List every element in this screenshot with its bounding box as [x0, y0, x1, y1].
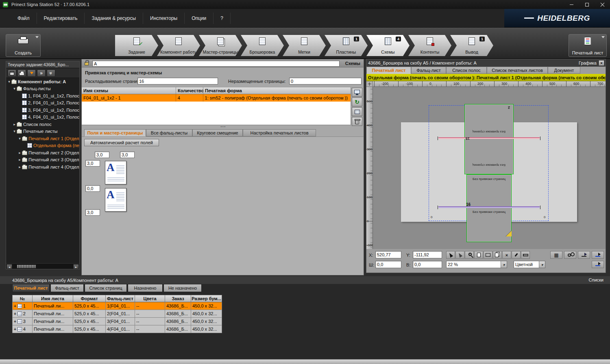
splitter[interactable] [82, 124, 364, 129]
tab-page-list[interactable]: Список полос [446, 67, 487, 74]
expanded-icon[interactable] [12, 129, 17, 133]
workflow-step-job[interactable]: Задание [115, 35, 158, 56]
margin-top-field-1[interactable]: 3,0 [95, 152, 109, 158]
unplaced-count-field[interactable]: 0 [289, 78, 362, 84]
refresh-button[interactable] [352, 98, 362, 106]
tree-item-fold-sheets[interactable]: Фальц-листы [6, 85, 79, 93]
collapsed-icon[interactable] [12, 122, 17, 126]
height-field[interactable]: 0,0 [413, 261, 442, 268]
expanded-icon[interactable] [7, 80, 11, 84]
expand-all-button[interactable] [37, 69, 46, 77]
tab-print-sheet[interactable]: Печатный лист [366, 67, 411, 74]
tab-assigned[interactable]: Назначено [128, 284, 163, 292]
tree-item-page-list[interactable]: Список полос [6, 121, 79, 128]
panel-close-button[interactable] [599, 60, 604, 66]
select-tool-button[interactable] [446, 251, 455, 259]
menu-jobs-resources[interactable]: Задания & ресурсы [85, 13, 143, 24]
info-expand-icon[interactable] [603, 75, 605, 80]
fit-view-button[interactable] [592, 261, 604, 268]
menu-edit[interactable]: Редактировать [37, 13, 85, 24]
tree-item-fold-sheet-2[interactable]: 2, F04_01_ui_1x2, Полос... [6, 100, 79, 107]
x-coordinate-field[interactable]: 520,77 [375, 251, 401, 258]
tree-item-print-sheets[interactable]: Печатные листы [6, 128, 79, 135]
margin-left-field-3[interactable]: 3,0 [85, 209, 100, 216]
scheme-name-field[interactable]: А [92, 61, 340, 67]
lock-icon[interactable] [85, 62, 89, 65]
scrollbar-thumb[interactable] [17, 264, 36, 269]
tree-item-print-sheet-1[interactable]: Печатный лист 1 (Отдел... [6, 135, 79, 142]
rect-select-tool-button[interactable] [484, 251, 492, 259]
margin-left-field-2[interactable]: 0,0 [85, 185, 100, 192]
menu-inspectors[interactable]: Инспекторы [143, 13, 185, 24]
zoom-tool-button[interactable] [465, 251, 474, 259]
horizontal-scrollbar[interactable] [6, 263, 79, 269]
expand-plus-icon[interactable] [14, 319, 16, 324]
page-tool-button[interactable] [474, 251, 483, 259]
tree-item-job-component[interactable]: Компонент работы: А [6, 78, 79, 85]
scroll-left-button[interactable] [7, 264, 12, 269]
layout-canvas[interactable]: Без привязки страниц Без привязки страни… [373, 87, 606, 249]
tree-item-fold-sheet-3[interactable]: 3, F04_01_ui_1x2, Полос... [6, 106, 79, 114]
tree-item-print-sheet-4[interactable]: Печатный лист 4 (Отдел... [6, 163, 79, 171]
scroll-right-button[interactable] [73, 264, 79, 269]
expanded-icon[interactable] [17, 136, 22, 141]
menu-options[interactable]: Опции [185, 13, 214, 24]
tab-all-fold-sheets[interactable]: Все фальц-листы [146, 129, 192, 136]
color-mode-select[interactable]: Цветной [514, 261, 545, 268]
tab-circular-offset[interactable]: Круговое смещение [192, 129, 243, 136]
delete-object-button[interactable] [502, 251, 511, 259]
master-page-thumbnail-1[interactable]: A [105, 161, 126, 184]
fold-sheet-lower[interactable] [466, 174, 512, 242]
collapsed-icon[interactable] [17, 158, 22, 162]
y-coordinate-field[interactable]: -111,92 [413, 251, 442, 258]
tab-fold-sheet[interactable]: Фальц-лист [411, 67, 446, 74]
tab-fold-sheet-bottom[interactable]: Фальц-лист [50, 284, 84, 292]
tree-item-separate-form[interactable]: Отдельная форма (пе... [6, 142, 79, 150]
tab-print-sheet-list-bottom[interactable]: Печатный лист [12, 284, 50, 292]
width-field[interactable]: 0,0 [375, 261, 401, 268]
collapsed-icon[interactable] [17, 151, 22, 155]
table-row[interactable]: 2 Печатный ли... 525,0 x 45... 2(F04_01.… [12, 310, 222, 318]
margin-left-field-1[interactable]: 3,0 [85, 160, 100, 167]
eyedropper-tool-button[interactable] [512, 251, 521, 259]
tree-item-fold-sheet-4[interactable]: 4, F04_01_ui_1x2, Полос... [6, 114, 79, 121]
tree-dropdown-button[interactable] [27, 69, 36, 77]
tab-unassigned[interactable]: Не назначено [163, 284, 202, 292]
menu-file[interactable]: Файл [11, 13, 37, 24]
dropdown-button[interactable] [501, 261, 507, 268]
collapse-all-button[interactable] [47, 69, 55, 77]
zoom-select[interactable]: 22 % [446, 261, 507, 268]
tab-print-sheet-list[interactable]: Список печатных листов [487, 67, 548, 74]
master-page-thumbnail-2[interactable]: A [105, 188, 126, 212]
direct-select-tool-button[interactable] [455, 251, 464, 259]
collapsed-icon[interactable] [17, 165, 22, 169]
snap-button[interactable] [578, 251, 590, 259]
table-row[interactable]: 3 Печатный ли... 525,0 x 45... 3(F04_01.… [12, 318, 222, 325]
dropdown-button[interactable] [539, 261, 545, 268]
scheme-table-row[interactable]: F04_01_ui_1x2 - 1 4 1: sm52 - полиграф (… [82, 94, 351, 102]
auto-calc-margins-button[interactable]: Автоматический расчет полей [84, 139, 159, 146]
tab-margins-master-pages[interactable]: Поля и мастер-страницы [84, 129, 146, 136]
ruler-origin-button[interactable] [366, 81, 373, 87]
tab-print-sheet-setup[interactable]: Настройка печатных листов [243, 129, 316, 136]
tab-page-list-bottom[interactable]: Список страниц [85, 284, 127, 292]
print-button[interactable] [17, 69, 26, 77]
tab-document[interactable]: Документ [548, 67, 580, 74]
expand-plus-icon[interactable] [14, 311, 16, 316]
expanded-icon[interactable] [12, 87, 17, 91]
align-button[interactable] [592, 251, 604, 259]
expand-plus-icon[interactable] [14, 327, 16, 332]
keypad-button[interactable] [550, 251, 562, 259]
table-row[interactable]: 4 Печатный ли... 525,0 x 45... 4(F04_01.… [12, 325, 222, 333]
preview-button[interactable] [352, 88, 362, 97]
minimize-button[interactable] [564, 0, 579, 9]
maximize-button[interactable] [579, 0, 595, 9]
margin-top-field-2[interactable]: 3,0 [120, 152, 135, 158]
tree-item-print-sheet-3[interactable]: Печатный лист 3 (Отдел... [6, 156, 79, 164]
print-sheet-view-button[interactable]: Печатный лист [569, 34, 607, 57]
expand-plus-icon[interactable] [14, 303, 16, 308]
create-button[interactable]: Создать [6, 34, 41, 57]
duplicate-tool-button[interactable] [493, 251, 502, 259]
tree-item-fold-sheet-1[interactable]: 1, F04_01_ui_1x2, Полос... [6, 92, 79, 100]
settings-button[interactable] [564, 251, 576, 259]
